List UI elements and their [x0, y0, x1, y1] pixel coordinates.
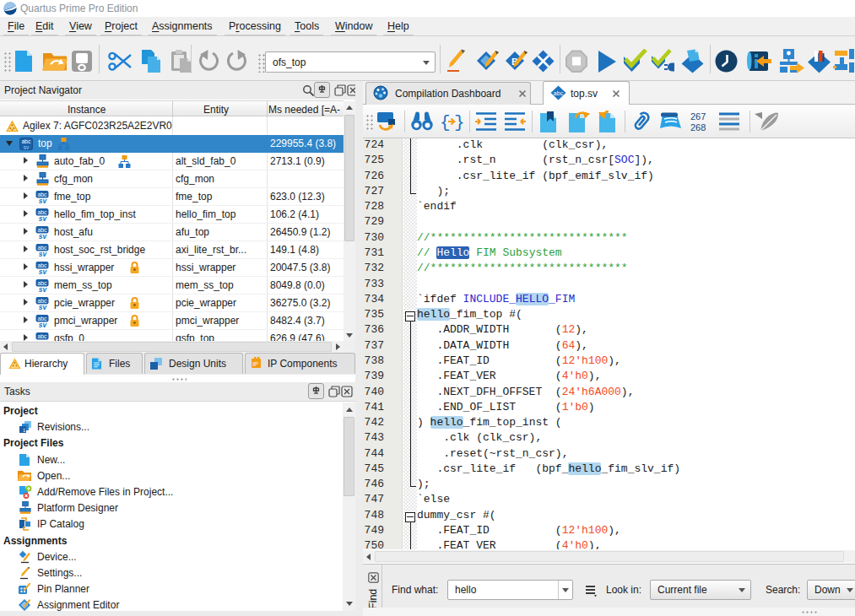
svg-text:sv: sv — [39, 214, 48, 222]
svg-text:sv: sv — [39, 197, 48, 204]
svg-text:IP: IP — [252, 360, 258, 368]
svg-text:sv: sv — [39, 267, 48, 275]
svg-text:sv: sv — [39, 285, 48, 293]
svg-text:sv: sv — [39, 232, 48, 240]
svg-text:sv: sv — [39, 303, 48, 311]
svg-text:Find: Find — [367, 589, 379, 609]
svg-text:abc: abc — [554, 90, 564, 96]
svg-text:sv: sv — [24, 144, 30, 150]
svg-text:sv: sv — [39, 250, 48, 257]
svg-text:sv: sv — [39, 321, 48, 328]
